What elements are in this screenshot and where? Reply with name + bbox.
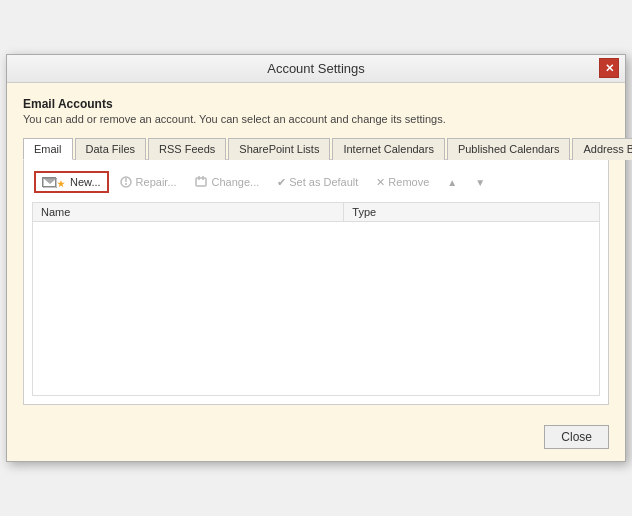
account-settings-dialog: Account Settings ✕ Email Accounts You ca… <box>6 54 626 462</box>
tab-email[interactable]: Email <box>23 138 73 160</box>
svg-point-5 <box>125 183 127 185</box>
change-button[interactable]: Change... <box>187 170 268 194</box>
tab-rss-feeds[interactable]: RSS Feeds <box>148 138 226 160</box>
tab-address-books[interactable]: Address Books <box>572 138 632 160</box>
title-bar: Account Settings ✕ <box>7 55 625 83</box>
close-icon[interactable]: ✕ <box>599 58 619 78</box>
tab-content-email: New... Repair... <box>23 160 609 405</box>
repair-label: Repair... <box>136 176 177 188</box>
col-name-header: Name <box>33 203 344 221</box>
tab-data-files[interactable]: Data Files <box>75 138 147 160</box>
change-label: Change... <box>212 176 260 188</box>
repair-button[interactable]: Repair... <box>111 170 185 194</box>
envelope-star-icon <box>42 177 65 187</box>
arrow-up-icon: ▲ <box>447 177 457 188</box>
remove-button[interactable]: ✕ Remove <box>368 171 437 194</box>
new-button[interactable]: New... <box>34 171 109 193</box>
arrow-down-icon: ▼ <box>475 177 485 188</box>
close-button[interactable]: Close <box>544 425 609 449</box>
table-header: Name Type <box>32 202 600 221</box>
table-body <box>32 221 600 396</box>
tab-internet-calendars[interactable]: Internet Calendars <box>332 138 445 160</box>
header-description: You can add or remove an account. You ca… <box>23 113 609 125</box>
new-label: New... <box>70 176 101 188</box>
col-type-header: Type <box>344 203 599 221</box>
change-icon <box>195 175 209 189</box>
checkmark-icon: ✔ <box>277 176 286 189</box>
set-default-button[interactable]: ✔ Set as Default <box>269 171 366 194</box>
header-section: Email Accounts You can add or remove an … <box>23 97 609 125</box>
remove-label: Remove <box>388 176 429 188</box>
dialog-footer: Close <box>7 415 625 461</box>
toolbar: New... Repair... <box>32 168 600 196</box>
tab-published-calendars[interactable]: Published Calendars <box>447 138 571 160</box>
accounts-table: Name Type <box>32 202 600 396</box>
tab-sharepoint-lists[interactable]: SharePoint Lists <box>228 138 330 160</box>
envelope-icon <box>42 177 56 187</box>
star-badge-icon <box>57 178 65 186</box>
move-down-button[interactable]: ▼ <box>467 172 493 193</box>
svg-marker-2 <box>57 180 65 187</box>
svg-marker-0 <box>43 178 57 184</box>
set-default-label: Set as Default <box>289 176 358 188</box>
dialog-title: Account Settings <box>33 61 599 76</box>
repair-icon <box>119 175 133 189</box>
tabs-container: Email Data Files RSS Feeds SharePoint Li… <box>23 137 609 160</box>
header-title: Email Accounts <box>23 97 609 111</box>
dialog-body: Email Accounts You can add or remove an … <box>7 83 625 415</box>
svg-rect-6 <box>196 178 206 186</box>
remove-icon: ✕ <box>376 176 385 189</box>
move-up-button[interactable]: ▲ <box>439 172 465 193</box>
